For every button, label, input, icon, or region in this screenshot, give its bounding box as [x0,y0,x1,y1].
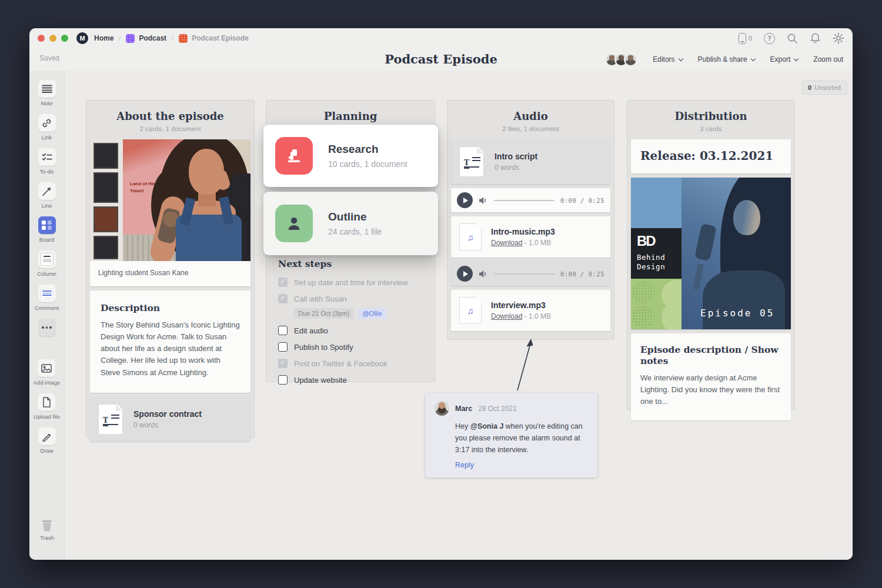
tool-label: Column [37,270,56,277]
upload-file-icon [38,393,55,411]
export-menu[interactable]: Export [770,55,799,64]
tool-column[interactable]: Column [37,250,56,277]
assignee-badge[interactable]: @Ollie [358,308,386,319]
document-title: Sponsor contract [133,409,202,419]
search-icon[interactable] [787,33,798,44]
todo-label: Edit audio [294,326,328,335]
column-distribution[interactable]: Distribution 3 cards Release: 03.12.2021… [627,100,795,410]
sponsor-contract-card[interactable]: T Sponsor contract 0 words [90,397,250,442]
close-window-button[interactable] [38,35,45,42]
file-card-interview[interactable]: ♫ Interview.mp3 Download - 1.0 MB [451,290,610,331]
chevron-down-icon [678,56,683,61]
unsorted-badge[interactable]: 0 Unsorted [801,81,847,95]
board-canvas[interactable]: 0 Unsorted About the episode 2 cards, 1 … [65,71,853,560]
todo-item[interactable]: Set up date and time for interview [278,278,426,287]
tool-note[interactable]: Note [38,80,56,106]
mobile-device-button[interactable]: 0 [739,33,752,44]
tool-board-active[interactable]: Board [38,216,56,243]
tool-more[interactable] [38,319,56,339]
connector-arrow[interactable] [497,336,544,395]
checkbox-unchecked[interactable] [278,375,288,385]
breadcrumb-home[interactable]: Home [94,34,113,42]
column-audio[interactable]: Audio 2 files, 1 document T Intro script… [447,100,614,340]
file-card-intro-music[interactable]: ♫ Intro-music.mp3 Download - 1.0 MB [451,216,610,258]
tool-link[interactable]: Link [38,114,56,141]
download-link[interactable]: Download [491,239,522,247]
play-button[interactable] [457,266,473,282]
todo-label: Set up date and time for interview [294,278,408,287]
comment-card[interactable]: Marc 28 Oct 2021 Hey @Sonia J when you'r… [425,393,597,477]
description-card[interactable]: Description The Story Behind Susan's Ico… [90,290,250,393]
tool-todo[interactable]: To-do [38,148,56,175]
tools-sidebar: Note Link To-do Line [29,71,65,560]
tool-comment[interactable]: Comment [35,285,59,311]
susan-photo: Land of History Mystery Travel [90,139,250,261]
todo-item[interactable]: Call with Susan [278,294,426,303]
maximize-window-button[interactable] [61,35,68,42]
board-card-title: Research [328,143,407,156]
progress-bar[interactable] [494,273,554,275]
play-button[interactable] [457,192,473,208]
tool-label: Upload file [34,413,60,420]
column-icon [38,250,56,268]
help-icon[interactable] [764,33,775,44]
outline-board-card[interactable]: Outline 24 cards, 1 file [263,192,438,255]
image-card-susan[interactable]: Land of History Mystery Travel [90,139,250,286]
tool-label: Draw [40,447,53,454]
audio-file-icon: ♫ [459,223,482,250]
tool-upload-file[interactable]: Upload file [34,393,60,420]
checkbox-unchecked[interactable] [278,342,288,352]
release-date-text: Release: 03.12.2021 [640,149,781,163]
editor-avatars[interactable] [605,53,637,66]
checkbox-checked[interactable] [278,278,288,287]
tool-label: Add image [34,379,60,386]
breadcrumb-podcast[interactable]: Podcast [126,34,166,43]
breadcrumb-separator: / [119,35,121,42]
breadcrumb-podcast-episode[interactable]: Podcast Episode [179,34,249,43]
mention[interactable]: @Sonia J [470,422,504,430]
board-card-title: Outline [328,211,382,223]
settings-gear-icon[interactable] [833,32,844,44]
trash-dropzone[interactable]: Trash [29,518,65,541]
window-controls [38,35,68,42]
publish-share-menu[interactable]: Publish & share [698,55,755,64]
tool-add-image[interactable]: Add image [34,359,60,386]
todo-item[interactable]: Publish to Spotify [278,342,426,352]
checkbox-unchecked[interactable] [278,326,288,335]
due-date-badge[interactable]: Due 21 Oct (3pm) [294,308,353,319]
column-about-the-episode[interactable]: About the episode 2 cards, 1 document La… [86,100,255,438]
checkbox-checked[interactable] [278,359,288,368]
reply-link[interactable]: Reply [455,461,587,469]
show-notes-card[interactable]: Episode description / Show notes We inte… [631,333,791,420]
tool-line[interactable]: Line [38,182,56,209]
todo-item[interactable]: Edit audio [278,326,426,335]
file-size: 1.0 MB [529,312,551,320]
notifications-bell-icon[interactable] [810,32,821,44]
column-subtitle: 2 files, 1 document [452,125,609,132]
comment-text: Hey @Sonia J when you're editing can you… [455,420,587,456]
download-link[interactable]: Download [491,312,522,320]
intro-script-card[interactable]: T Intro script 0 words [451,139,610,184]
release-date-card[interactable]: Release: 03.12.2021 [631,139,791,173]
editors-label: Editors [653,55,674,64]
todo-item[interactable]: Post on Twitter & Facebook [278,359,426,368]
checkbox-checked[interactable] [278,294,288,303]
progress-bar[interactable] [494,200,554,201]
todo-item[interactable]: Update website [278,375,426,385]
volume-icon[interactable] [479,196,488,205]
document-icon: T [459,146,484,177]
volume-icon[interactable] [479,270,488,278]
show-notes-text: We interview early design at Acme Lighti… [640,372,781,407]
tool-draw[interactable]: Draw [38,427,56,454]
audio-file-icon: ♫ [459,297,482,324]
image-caption: Lighting student Susan Kane [90,261,250,286]
minimize-window-button[interactable] [49,35,56,42]
cover-art-card[interactable]: BD Behind Design Episode 05 [631,178,791,329]
note-icon [38,80,56,98]
toolbar-actions: Editors Publish & share Export Zoom out [605,48,843,71]
todo-icon [38,148,56,166]
research-board-card[interactable]: Research 10 cards, 1 document [263,125,438,187]
description-title: Description [101,302,240,313]
zoom-out-button[interactable]: Zoom out [813,55,843,64]
editors-menu[interactable]: Editors [653,55,682,64]
